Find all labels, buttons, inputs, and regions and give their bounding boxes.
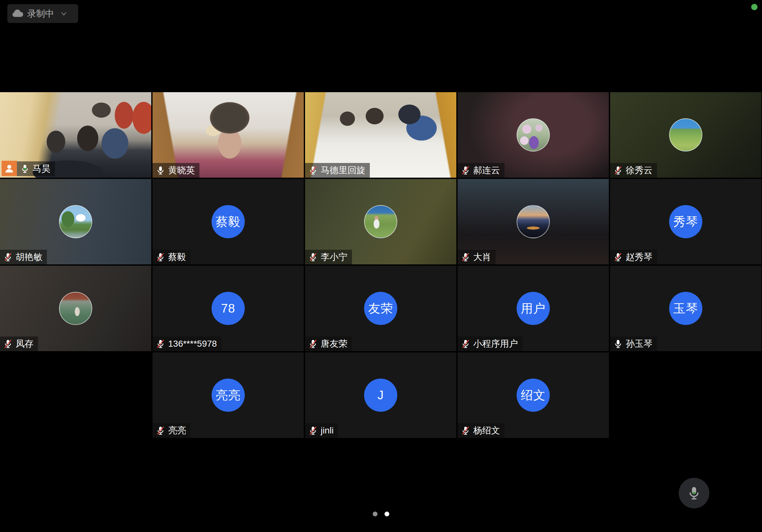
participant-name-tag: 杨绍文 <box>458 423 504 438</box>
participant-name-tag: 赵秀琴 <box>610 250 657 264</box>
mic-muted-icon <box>156 426 165 435</box>
avatar-photo <box>59 292 92 325</box>
participant-tile-hu-yanmin[interactable]: 胡艳敏 <box>0 179 151 264</box>
participant-tile-136-5978[interactable]: 78 136****5978 <box>153 266 304 351</box>
avatar-photo <box>517 118 550 152</box>
avatar-photo <box>669 118 702 152</box>
avatar-initial-text: J <box>377 388 384 402</box>
mic-muted-icon <box>308 339 318 349</box>
participant-name: 蔡毅 <box>168 251 186 263</box>
participant-name: 黄晓英 <box>168 164 195 176</box>
participant-name-tag: 小程序用户 <box>458 337 522 351</box>
avatar-photo <box>59 205 92 238</box>
mic-muted-icon <box>461 426 470 435</box>
avatar-photo <box>517 205 550 238</box>
avatar-initial: 秀琴 <box>669 205 702 238</box>
participant-name-tag: 孙玉琴 <box>610 337 657 351</box>
participant-tile-madelihuixuan[interactable]: 马德里回旋 <box>305 92 456 178</box>
participant-name-tag: 徐秀云 <box>610 163 657 178</box>
participant-tile-yang-shaowen[interactable]: 绍文 杨绍文 <box>458 353 609 438</box>
participant-grid: 马昊 黄晓英 <box>0 92 761 438</box>
participant-name: 胡艳敏 <box>16 251 42 263</box>
mic-muted-icon <box>156 339 165 349</box>
participant-name: 凤存 <box>16 338 34 350</box>
avatar-initial: 用户 <box>517 292 550 325</box>
participant-name: 马昊 <box>33 163 50 175</box>
mic-icon <box>613 339 623 349</box>
participant-name-tag: 大肖 <box>458 250 495 264</box>
participant-tile-tang-yourong[interactable]: 友荣 唐友荣 <box>305 266 456 351</box>
participant-name: jinli <box>321 426 334 436</box>
participant-name-tag: 蔡毅 <box>153 250 190 264</box>
participant-name: 徐秀云 <box>626 164 652 176</box>
participant-tile-jinli[interactable]: J jinli <box>305 353 456 438</box>
participant-name: 136****5978 <box>168 339 217 349</box>
participant-tile-huang-xiaoying[interactable]: 黄晓英 <box>153 92 304 178</box>
participant-name-tag: 马德里回旋 <box>305 163 370 178</box>
avatar-initial-text: 玉琴 <box>673 300 698 317</box>
participant-tile-li-xiaoning[interactable]: 李小宁 <box>305 179 456 264</box>
participant-name: 孙玉琴 <box>626 338 652 350</box>
mic-muted-icon <box>308 252 318 262</box>
mic-muted-icon <box>3 252 13 262</box>
participant-tile-miniprogram-user[interactable]: 用户 小程序用户 <box>458 266 609 351</box>
participant-name: 杨绍文 <box>473 425 500 436</box>
participant-name-tag: 凤存 <box>0 337 38 351</box>
participant-name-tag: 亮亮 <box>153 423 190 438</box>
avatar-initial: 78 <box>211 292 245 325</box>
avatar-initial: 友荣 <box>364 292 397 325</box>
participant-tile-sun-yuqin[interactable]: 玉琴 孙玉琴 <box>610 266 761 351</box>
mic-muted-icon <box>308 166 318 175</box>
participant-name-tag: 胡艳敏 <box>0 250 47 264</box>
participant-name-tag: 郝连云 <box>458 163 504 178</box>
participant-tile-zhao-xiuqin[interactable]: 秀琴 赵秀琴 <box>610 179 761 264</box>
avatar-initial: 绍文 <box>517 378 550 412</box>
avatar-initial-text: 友荣 <box>368 300 393 317</box>
participant-name-tag: 李小宁 <box>305 250 352 264</box>
participant-tile-da-xiao[interactable]: 大肖 <box>458 179 609 264</box>
page-dot-1[interactable] <box>373 511 377 516</box>
participant-name-tag: 唐友荣 <box>305 337 352 351</box>
participant-name: 小程序用户 <box>473 338 518 350</box>
mic-muted-icon <box>613 166 623 175</box>
participant-tile-cai-yi[interactable]: 蔡毅 蔡毅 <box>153 179 304 264</box>
mic-muted-icon <box>461 252 470 262</box>
participant-name-tag: 马昊 <box>17 162 55 176</box>
avatar-photo <box>364 205 397 238</box>
participant-tile-hao-lianyun[interactable]: 郝连云 <box>458 92 609 178</box>
avatar-initial-text: 78 <box>221 302 235 315</box>
avatar-initial-text: 秀琴 <box>673 214 698 230</box>
participant-tile-liangliang[interactable]: 亮亮 亮亮 <box>153 353 304 438</box>
avatar-initial-text: 亮亮 <box>216 387 241 403</box>
mic-muted-icon <box>613 252 623 262</box>
mic-muted-icon <box>461 339 470 349</box>
microphone-button[interactable] <box>679 478 709 508</box>
participant-name-tag: jinli <box>305 423 338 438</box>
page-dot-2[interactable] <box>385 511 389 516</box>
mic-muted-icon <box>156 252 165 262</box>
chevron-down-icon <box>61 12 67 16</box>
avatar-initial-text: 绍文 <box>521 387 546 403</box>
meeting-stage: 录制中 马昊 <box>0 0 762 532</box>
avatar-initial: 亮亮 <box>211 378 245 412</box>
participant-name-tag: 136****5978 <box>153 337 221 351</box>
avatar-initial-text: 用户 <box>521 300 546 317</box>
mic-icon <box>156 166 165 175</box>
person-badge-icon <box>2 161 17 176</box>
avatar-initial: 玉琴 <box>669 292 702 325</box>
participant-tile-ma-hao[interactable]: 马昊 <box>0 92 151 178</box>
participant-name: 郝连云 <box>473 164 500 176</box>
page-indicator <box>0 511 762 516</box>
recording-badge[interactable]: 录制中 <box>7 4 78 23</box>
participant-tile-feng-cun[interactable]: 凤存 <box>0 266 151 351</box>
recording-label: 录制中 <box>27 8 54 20</box>
mic-muted-icon <box>461 166 470 175</box>
mic-muted-icon <box>308 426 318 435</box>
participant-name: 唐友荣 <box>321 338 347 350</box>
cloud-icon <box>12 10 23 18</box>
microphone-icon <box>687 486 701 500</box>
mic-muted-icon <box>3 339 13 349</box>
participant-tile-xu-xiuyun[interactable]: 徐秀云 <box>610 92 761 178</box>
participant-name: 大肖 <box>473 251 491 263</box>
avatar-initial-text: 蔡毅 <box>216 214 241 230</box>
